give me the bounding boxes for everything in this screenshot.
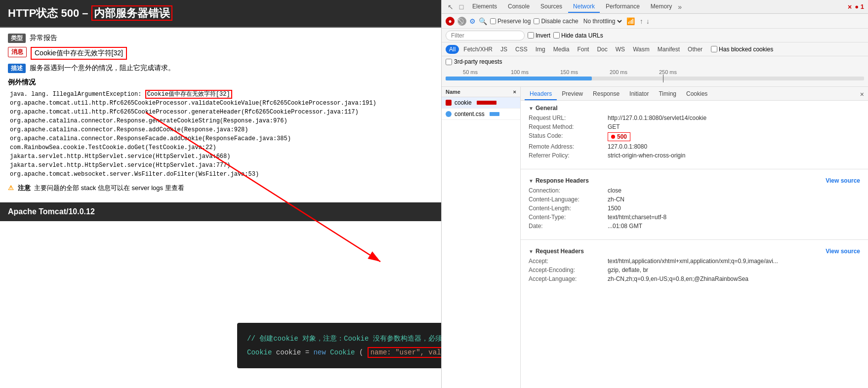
timeline-label-50ms: 50 ms xyxy=(446,69,495,75)
device-icon[interactable]: □ xyxy=(456,2,466,12)
invert-checkbox[interactable]: Invert xyxy=(528,32,550,39)
status-badge: 500 xyxy=(608,132,630,141)
css-icon xyxy=(446,111,452,117)
section-divider-2 xyxy=(521,239,868,240)
filter-input[interactable] xyxy=(446,31,525,40)
view-source-link[interactable]: View source xyxy=(826,177,860,184)
code-highlight: name: "user", value: "?/,'()@123" xyxy=(368,347,441,358)
tab-memory[interactable]: Memory xyxy=(646,1,677,13)
accept-value: text/html,application/xhtml+xml,applicat… xyxy=(608,258,778,265)
tab-console[interactable]: Console xyxy=(503,1,535,13)
hide-data-urls-checkbox[interactable]: Hide data URLs xyxy=(553,32,603,39)
timeline-label-150ms: 150 ms xyxy=(544,69,594,75)
third-party-checkbox[interactable]: 3rd-party requests xyxy=(446,58,502,65)
detail-tab-response[interactable]: Response xyxy=(588,88,624,100)
type-tab-doc[interactable]: Doc xyxy=(593,45,611,54)
stack-line-2: org.apache.tomcat.util.http.Rfc6265Cooki… xyxy=(10,108,433,116)
blocked-cookies-label: Has blocked cookies xyxy=(719,46,773,53)
cursor-icon[interactable]: ↖ xyxy=(446,2,455,12)
blocked-cookies-checkbox[interactable]: Has blocked cookies xyxy=(711,46,773,53)
message-label: 消息 xyxy=(8,47,27,57)
remote-value: 127.0.0.1:8080 xyxy=(608,143,647,150)
cookie-filename: cookie xyxy=(455,99,472,106)
detail-tab-preview[interactable]: Preview xyxy=(557,88,588,100)
description-label: 描述 xyxy=(8,64,26,73)
type-tab-wasm[interactable]: Wasm xyxy=(629,45,653,54)
throttle-select[interactable]: No throttling xyxy=(581,17,623,25)
left-panel: HTTP状态 500 – 内部服务器错误 类型 异常报告 消息 Cookie值中… xyxy=(0,0,441,388)
date-value: ...01:08 GMT xyxy=(608,223,642,230)
type-tab-other[interactable]: Other xyxy=(684,45,706,54)
disable-cache-label: Disable cache xyxy=(541,18,578,25)
preserve-log-checkbox[interactable]: Preserve log xyxy=(490,18,531,25)
type-row: 类型 异常报告 xyxy=(8,34,433,43)
accept-language-value: zh-CN,zh;q=0.9,en-US;q=0.8,en;@ZhinaRain… xyxy=(608,275,748,282)
filter-bar: Invert Hide data URLs xyxy=(442,29,868,42)
file-list-header: Name × xyxy=(442,87,520,97)
detail-tab-cookies[interactable]: Cookies xyxy=(681,88,712,100)
message-row: 消息 Cookie值中存在无效字符[32] xyxy=(8,47,433,60)
stack-line-9: org.apache.tomcat.websocket.server.WsFil… xyxy=(10,170,433,179)
status-key: Status Code: xyxy=(529,132,608,141)
type-tab-css[interactable]: CSS xyxy=(512,45,531,54)
detail-tab-timing[interactable]: Timing xyxy=(654,88,681,100)
title-part1: HTTP状态 500 – xyxy=(8,7,88,19)
referrer-key: Referrer Policy: xyxy=(529,152,608,159)
stack-line-6: com.RainbowSea.cookie.TestCookie.doGet(T… xyxy=(10,143,433,152)
type-tab-all[interactable]: All xyxy=(446,45,459,54)
hide-data-urls-label: Hide data URLs xyxy=(561,32,603,39)
devtools-close-button[interactable]: × xyxy=(848,3,852,11)
detail-tab-initiator[interactable]: Initiator xyxy=(624,88,654,100)
detail-close-button[interactable]: × xyxy=(860,90,864,100)
tab-performance[interactable]: Performance xyxy=(601,1,645,13)
detail-tab-headers[interactable]: Headers xyxy=(525,88,557,100)
wifi-icon: 📶 xyxy=(626,17,635,25)
clear-button[interactable]: ⃠ xyxy=(457,17,466,26)
export-button[interactable]: ↓ xyxy=(646,17,650,25)
type-tab-fetch[interactable]: Fetch/XHR xyxy=(460,45,496,54)
note-label: 注意 xyxy=(18,184,31,192)
referrer-value: strict-origin-when-cross-origin xyxy=(608,152,685,159)
type-tab-font[interactable]: Font xyxy=(574,45,592,54)
invert-label: Invert xyxy=(536,32,550,39)
accept-language-key: Accept-Language: xyxy=(529,275,608,282)
type-tab-ws[interactable]: WS xyxy=(612,45,628,54)
description-row: 描述 服务器遇到一个意外的情况，阻止它完成请求。 xyxy=(8,64,433,73)
connection-row: Connection: close xyxy=(529,187,860,194)
type-tab-manifest[interactable]: Manifest xyxy=(654,45,683,54)
record-button[interactable]: ● xyxy=(446,17,455,26)
tab-elements[interactable]: Elements xyxy=(467,1,502,13)
stack-line-5: org.apache.catalina.connector.ResponseFa… xyxy=(10,134,433,143)
file-item-content-css[interactable]: content.css xyxy=(442,109,520,120)
close-detail-icon[interactable]: × xyxy=(513,89,516,95)
tab-sources[interactable]: Sources xyxy=(536,1,567,13)
disable-cache-checkbox[interactable]: Disable cache xyxy=(534,18,578,25)
accept-language-row: Accept-Language: zh-CN,zh;q=0.9,en-US;q=… xyxy=(529,275,860,282)
type-tab-js[interactable]: JS xyxy=(497,45,511,54)
type-tab-media[interactable]: Media xyxy=(550,45,573,54)
more-tabs-icon[interactable]: » xyxy=(678,3,682,11)
tab-network[interactable]: Network xyxy=(568,1,600,13)
code-comment: // 创建cookie 对象，注意：Cookie 没有参数构造器，必须传参数，分… xyxy=(247,332,441,346)
timeline-label-200ms: 200 ms xyxy=(594,69,643,75)
content-type-value: text/html;charset=utf-8 xyxy=(608,214,666,221)
response-headers-title: ▼ Response Headers View source xyxy=(529,177,860,184)
remote-key: Remote Address: xyxy=(529,143,608,150)
accept-key: Accept: xyxy=(529,258,608,265)
view-source-link-2[interactable]: View source xyxy=(826,248,860,255)
request-url-key: Request URL: xyxy=(529,115,608,121)
search-icon[interactable]: 🔍 xyxy=(479,17,487,25)
type-tab-img[interactable]: Img xyxy=(532,45,549,54)
file-item-cookie[interactable]: cookie xyxy=(442,97,520,109)
network-toolbar: ● ⃠ ⚙ 🔍 Preserve log Disable cache No th… xyxy=(442,14,868,29)
section-divider-1 xyxy=(521,169,868,169)
accept-encoding-row: Accept-Encoding: gzip, deflate, br xyxy=(529,267,860,273)
import-button[interactable]: ↑ xyxy=(640,17,643,25)
stack-line-0: java. lang. IllegalArgumentException: Co… xyxy=(10,90,433,99)
method-row: Request Method: GET xyxy=(529,123,860,130)
content-length-row: Content-Length: 1500 xyxy=(529,205,860,212)
referrer-row: Referrer Policy: strict-origin-when-cros… xyxy=(529,152,860,159)
type-tabs-bar: All Fetch/XHR JS CSS Img Media Font Doc … xyxy=(442,42,868,56)
filter-icon[interactable]: ⚙ xyxy=(469,17,476,25)
detail-tabs: Headers Preview Response Initiator Timin… xyxy=(521,87,868,101)
